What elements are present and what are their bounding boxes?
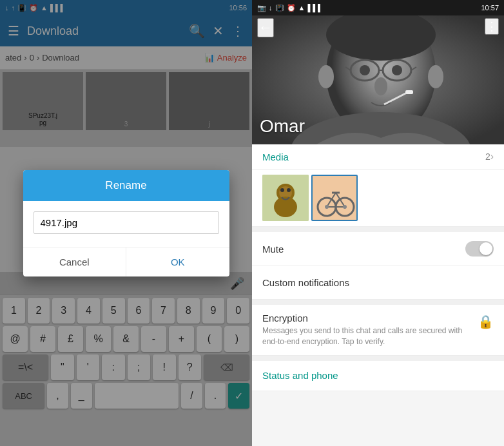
- lock-icon: 🔒: [478, 314, 494, 329]
- right-status-icons: 📷 ↓ 📳 ⏰ ▲ ▌▌▌: [257, 4, 323, 12]
- right-signal-icon: ▌▌▌: [307, 4, 322, 12]
- svg-point-9: [392, 65, 402, 75]
- encryption-text: Encryption Messages you send to this cha…: [262, 313, 470, 347]
- right-wifi-icon: ▲: [298, 4, 305, 12]
- svg-point-21: [287, 188, 291, 192]
- encryption-description: Messages you send to this chat and calls…: [262, 325, 470, 347]
- media-count: 2: [485, 151, 490, 162]
- svg-point-8: [360, 65, 370, 75]
- encryption-title: Encryption: [262, 313, 470, 324]
- svg-point-29: [325, 205, 329, 209]
- mute-toggle[interactable]: [465, 241, 494, 257]
- mute-row[interactable]: Mute: [252, 232, 504, 266]
- back-button[interactable]: ←: [257, 18, 274, 37]
- encryption-row[interactable]: Encryption Messages you send to this cha…: [252, 305, 504, 356]
- media-thumb-1[interactable]: [262, 175, 309, 221]
- profile-name: Omar: [260, 116, 305, 137]
- svg-point-30: [343, 205, 347, 209]
- divider-2: [252, 300, 504, 305]
- media-label: Media: [262, 151, 485, 162]
- dialog-title-bar: Rename: [23, 170, 229, 201]
- media-thumb-1-svg: [262, 175, 309, 221]
- status-phone-label: Status and phone: [262, 370, 338, 381]
- divider-3: [252, 356, 504, 361]
- rename-dialog: Rename Cancel OK: [23, 170, 229, 276]
- right-download-icon: ↓: [269, 4, 273, 12]
- media-thumbs: [252, 170, 504, 227]
- cancel-button[interactable]: Cancel: [23, 247, 127, 276]
- divider-1: [252, 227, 504, 232]
- camera-notify-icon: 📷: [257, 4, 266, 12]
- right-panel: 📷 ↓ 📳 ⏰ ▲ ▌▌▌ 10:57: [252, 0, 504, 446]
- rename-input[interactable]: [34, 211, 219, 234]
- rename-dialog-overlay: Rename Cancel OK: [0, 0, 252, 446]
- profile-overflow-menu[interactable]: ⋮: [485, 18, 499, 35]
- media-thumb-2[interactable]: [311, 175, 358, 221]
- status-phone-row[interactable]: Status and phone: [252, 361, 504, 391]
- media-thumb-2-svg: [313, 175, 356, 221]
- right-vibrate-icon: 📳: [275, 4, 284, 12]
- dialog-body: [23, 201, 229, 244]
- profile-header: ← Omar ⋮: [252, 15, 504, 144]
- dialog-buttons: Cancel OK: [23, 247, 229, 276]
- dialog-title: Rename: [105, 179, 146, 191]
- svg-point-10: [374, 77, 387, 95]
- right-time: 10:57: [481, 4, 499, 12]
- ok-button[interactable]: OK: [126, 247, 229, 276]
- custom-notifications-label: Custom notifications: [262, 277, 494, 288]
- custom-notifications-row[interactable]: Custom notifications: [252, 266, 504, 300]
- status-bar-right: 📷 ↓ 📳 ⏰ ▲ ▌▌▌ 10:57: [252, 0, 504, 15]
- right-alarm-icon: ⏰: [287, 4, 296, 12]
- svg-point-13: [318, 65, 334, 88]
- left-panel: ↓ ↑ 📳 ⏰ ▲ ▌▌▌ 10:56 ☰ Download 🔍 ✕ ⋮ ate…: [0, 0, 252, 446]
- svg-rect-12: [405, 90, 413, 94]
- media-section-row[interactable]: Media 2 ›: [252, 144, 504, 170]
- svg-point-14: [428, 65, 443, 88]
- mute-label: Mute: [262, 244, 465, 255]
- media-chevron-icon: ›: [490, 151, 494, 162]
- svg-point-20: [280, 188, 284, 192]
